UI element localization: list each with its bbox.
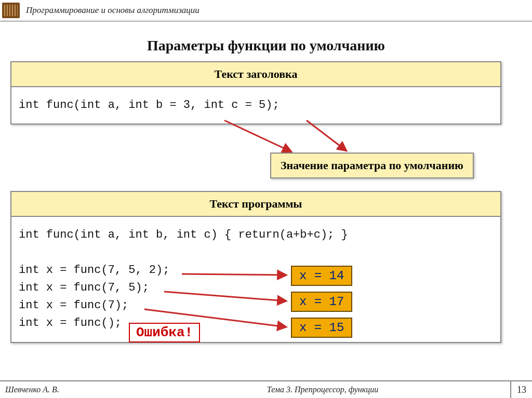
page-footer: Шевченко А. В. Тема 3. Препроцессор, фун…: [0, 380, 532, 398]
result-x17: x = 17: [291, 292, 352, 312]
slide-title: Параметры функции по умолчанию: [0, 37, 532, 54]
footer-author: Шевченко А. В.: [0, 385, 135, 394]
box1-code: int func(int a, int b = 3, int c = 5);: [11, 87, 500, 123]
box2-code: int func(int a, int b, int c) { return(a…: [11, 217, 500, 342]
result-x15: x = 15: [291, 318, 352, 338]
footer-page-number: 13: [510, 381, 532, 398]
header-divider: [0, 21, 532, 22]
university-icon: [2, 3, 20, 18]
box-program-text: Текст программы int func(int a, int b, i…: [10, 191, 501, 343]
page-header: Программирование и основы алгоритмизации: [0, 0, 532, 21]
box2-title: Текст программы: [11, 192, 500, 217]
svg-line-1: [307, 120, 346, 150]
result-x14: x = 14: [291, 266, 352, 286]
box1-title: Текст заголовка: [11, 62, 500, 87]
error-label: Ошибка!: [129, 323, 200, 342]
callout-default-value: Значение параметра по умолчанию: [270, 153, 474, 179]
footer-topic: Тема 3. Препроцессор, функции: [135, 385, 510, 394]
svg-line-0: [224, 120, 291, 152]
box-header-text: Текст заголовка int func(int a, int b = …: [10, 61, 501, 125]
course-title: Программирование и основы алгоритмизации: [26, 5, 200, 16]
